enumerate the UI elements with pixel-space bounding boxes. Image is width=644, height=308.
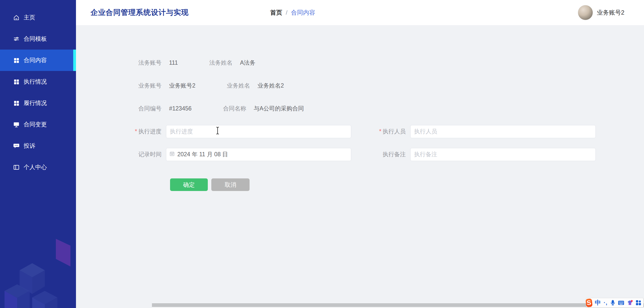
profile-icon (13, 164, 20, 171)
field-label: 合同名称 (192, 105, 251, 112)
calendar-icon (169, 151, 175, 158)
sliders-icon (13, 36, 20, 42)
exec-person-input[interactable] (410, 125, 596, 138)
breadcrumb: 首页 / 合同内容 (270, 0, 315, 25)
breadcrumb-separator: / (286, 9, 288, 16)
app-window: 主页 合同模板 合同内容 执行情况 (0, 0, 644, 308)
field-label: *执行进度 (76, 128, 166, 135)
field-label: 记录时间 (76, 150, 166, 158)
legal-name-field: 法务姓名 A法务 (178, 59, 255, 67)
form-row: 合同编号 #123456 合同名称 与A公司的采购合同 (76, 97, 644, 120)
field-value: 与A公司的采购合同 (251, 105, 304, 112)
form-row: 记录时间 2024 年 11 月 08 日 执行备注 (76, 143, 644, 166)
avatar[interactable] (578, 5, 593, 20)
breadcrumb-current: 合同内容 (291, 9, 315, 17)
form-row: 法务账号 111 法务姓名 A法务 (76, 51, 644, 74)
field-value: 业务姓名2 (255, 82, 284, 90)
ime-punctuation-toggle[interactable]: ·, (604, 299, 608, 306)
sidebar-menu: 主页 合同模板 合同内容 执行情况 (0, 0, 76, 178)
form-row: *执行进度 *执行人员 (76, 120, 644, 143)
field-label: 法务姓名 (178, 59, 237, 67)
sidebar-item-contract-template[interactable]: 合同模板 (0, 28, 76, 50)
record-time-date-picker[interactable]: 2024 年 11 月 08 日 (166, 148, 351, 161)
sidebar-decoration-cubes (0, 233, 76, 308)
sidebar-item-label: 履行情况 (24, 99, 47, 107)
sidebar-item-home[interactable]: 主页 (0, 7, 76, 28)
field-label: 执行备注 (351, 150, 410, 158)
breadcrumb-home-link[interactable]: 首页 (270, 9, 282, 17)
horizontal-scrollbar[interactable] (152, 303, 644, 308)
sidebar-item-label: 执行情况 (24, 78, 47, 86)
required-marker: * (379, 128, 381, 135)
field-value: A法务 (237, 59, 255, 67)
sidebar-item-contract-content[interactable]: 合同内容 (0, 50, 76, 71)
sidebar-item-execution-status[interactable]: 执行情况 (0, 71, 76, 92)
required-marker: * (135, 128, 137, 135)
main-area: 企业合同管理系统设计与实现 首页 / 合同内容 业务账号2 法务账号 111 (76, 0, 644, 308)
user-menu[interactable]: 业务账号2 (578, 0, 624, 25)
business-account-field: 业务账号 业务账号2 (76, 82, 195, 90)
sidebar-item-label: 合同模板 (24, 35, 47, 43)
grid-icon (13, 79, 20, 85)
field-label: 法务账号 (76, 59, 166, 67)
exec-remark-input[interactable] (410, 148, 596, 161)
toolbox-icon[interactable] (636, 300, 641, 306)
field-label: *执行人员 (351, 128, 410, 135)
field-label: 业务姓名 (195, 82, 255, 90)
form-actions: 确定 取消 (170, 178, 644, 191)
contract-number-field: 合同编号 #123456 (76, 105, 192, 112)
sidebar-item-label: 合同内容 (24, 56, 47, 64)
sidebar-item-label: 主页 (24, 14, 35, 21)
skin-icon[interactable] (627, 300, 633, 306)
exec-person-field: *执行人员 (351, 125, 596, 138)
field-value: 业务账号2 (166, 82, 195, 90)
sidebar-item-label: 个人中心 (24, 163, 47, 171)
confirm-button[interactable]: 确定 (170, 178, 208, 191)
chat-icon (13, 143, 20, 149)
microphone-icon[interactable] (610, 300, 615, 306)
page-title: 企业合同管理系统设计与实现 (91, 8, 189, 18)
sidebar-item-performance-status[interactable]: 履行情况 (0, 92, 76, 114)
top-header: 企业合同管理系统设计与实现 首页 / 合同内容 业务账号2 (76, 0, 644, 25)
sidebar-item-personal-center[interactable]: 个人中心 (0, 157, 76, 178)
sidebar: 主页 合同模板 合同内容 执行情况 (0, 0, 76, 308)
keyboard-icon[interactable] (618, 300, 624, 306)
scrollbar-thumb[interactable] (152, 303, 644, 307)
sidebar-item-label: 投诉 (24, 142, 35, 150)
field-value: 111 (166, 59, 178, 66)
sogou-logo-icon[interactable]: S (585, 298, 592, 307)
contract-execution-form: 法务账号 111 法务姓名 A法务 业务账号 业务账号2 业务姓名 (76, 25, 644, 191)
date-value: 2024 年 11 月 08 日 (177, 150, 228, 158)
record-time-field: 记录时间 2024 年 11 月 08 日 (76, 148, 351, 161)
field-label: 业务账号 (76, 82, 166, 90)
sidebar-item-label: 合同变更 (24, 121, 47, 128)
ime-toolbar: S 中 ·, (586, 298, 643, 307)
exec-progress-field: *执行进度 (76, 125, 351, 138)
form-row: 业务账号 业务账号2 业务姓名 业务姓名2 (76, 74, 644, 97)
sidebar-item-complaint[interactable]: 投诉 (0, 135, 76, 157)
field-label: 合同编号 (76, 105, 166, 112)
cancel-button[interactable]: 取消 (211, 178, 250, 191)
home-icon (13, 14, 20, 21)
monitor-icon (13, 121, 20, 128)
ime-language-mode[interactable]: 中 (595, 299, 601, 307)
legal-account-field: 法务账号 111 (76, 59, 178, 67)
exec-remark-field: 执行备注 (351, 148, 596, 161)
sidebar-item-contract-change[interactable]: 合同变更 (0, 114, 76, 135)
business-name-field: 业务姓名 业务姓名2 (195, 82, 284, 90)
content-area: 法务账号 111 法务姓名 A法务 业务账号 业务账号2 业务姓名 (76, 25, 644, 308)
exec-progress-input[interactable] (166, 125, 351, 138)
field-value: #123456 (166, 105, 192, 112)
grid-icon (13, 100, 20, 106)
contract-name-field: 合同名称 与A公司的采购合同 (192, 105, 304, 112)
grid-icon (13, 57, 20, 64)
username: 业务账号2 (597, 9, 624, 17)
